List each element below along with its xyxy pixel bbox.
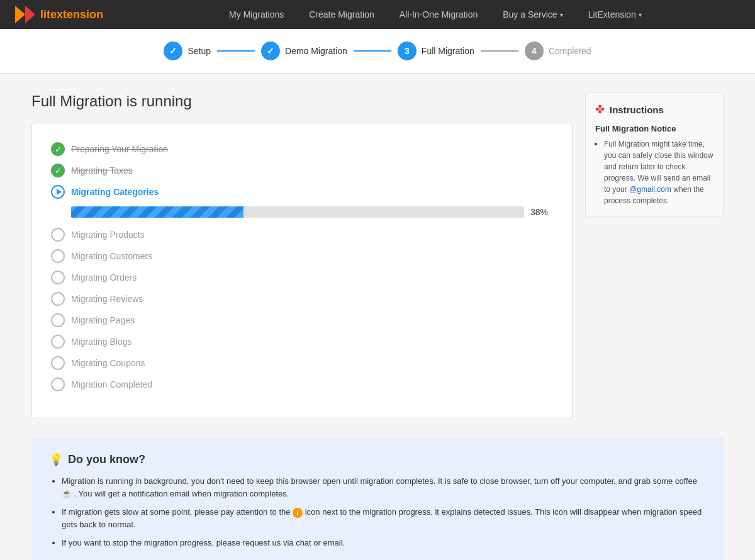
instructions-body: Full Migration might take time, you can …: [604, 138, 713, 206]
instructions-header: ✤ Instructions: [595, 103, 713, 116]
step-demo: ✓ Demo Migration: [261, 42, 347, 60]
instructions-panel: ✤ Instructions Full Migration Notice Ful…: [585, 92, 724, 216]
step-orders: Migrating Orders: [51, 271, 553, 284]
instructions-panel-container: ✤ Instructions Full Migration Notice Ful…: [585, 92, 724, 418]
step-coupons-label: Migrating Coupons: [71, 358, 145, 368]
connector-3: [481, 50, 518, 52]
play-icon: [57, 189, 62, 195]
step-blogs-label: Migrating Blogs: [71, 337, 132, 347]
step-full-label: Full Migration: [422, 46, 474, 56]
svg-marker-1: [25, 6, 35, 23]
progress-percent: 38%: [530, 207, 553, 217]
step-reviews-icon: [51, 292, 65, 306]
step-completed: 4 Completed: [525, 42, 591, 60]
nav-buy-service[interactable]: Buy a Service ▾: [490, 0, 575, 29]
step-taxes: ✓ Migrating Taxes: [51, 164, 553, 177]
step-categories: Migrating Categories: [51, 185, 553, 199]
step-migration-completed-label: Migration Completed: [71, 379, 152, 389]
buy-service-caret: ▾: [560, 11, 563, 18]
step-products-icon: [51, 228, 65, 242]
step-blogs: Migrating Blogs: [51, 335, 553, 349]
step-categories-icon: [51, 185, 65, 199]
litextension-caret: ▾: [639, 11, 642, 18]
know-tip-2-text: If migration gets slow at some point, pl…: [62, 507, 293, 517]
know-box: 💡 Do you know? Migration is running in b…: [31, 437, 724, 560]
step-pages-label: Migrating Pages: [71, 315, 135, 325]
step-setup-label: Setup: [187, 46, 211, 56]
step-orders-icon: [51, 271, 65, 284]
step-customers-label: Migrating Customers: [71, 251, 152, 261]
instructions-email[interactable]: @gmail.com: [629, 185, 671, 194]
nav-allinone-migration[interactable]: All-In-One Migration: [387, 0, 491, 29]
stepper-container: ✓ Setup ✓ Demo Migration 3 Full Migratio…: [0, 29, 755, 74]
step-preparing: ✓ Preparing Your Migration: [51, 142, 553, 156]
svg-marker-0: [15, 6, 25, 23]
content-left: Full Migration is running ✓ Preparing Yo…: [31, 92, 573, 418]
step-setup: ✓ Setup: [164, 42, 211, 60]
nav-my-migrations[interactable]: My Migrations: [216, 0, 296, 29]
step-coupons-icon: [51, 356, 65, 370]
step-completed-circle: 4: [525, 42, 544, 60]
instructions-subtitle: Full Migration Notice: [595, 124, 713, 133]
brand-logo[interactable]: litextension: [13, 3, 103, 26]
step-full: 3 Full Migration: [398, 42, 474, 60]
step-demo-circle: ✓: [261, 42, 280, 60]
step-customers: Migrating Customers: [51, 249, 553, 263]
step-pages: Migrating Pages: [51, 313, 553, 327]
step-completed-label: Completed: [549, 46, 591, 56]
progress-bar-bg: [71, 206, 524, 218]
step-reviews-label: Migrating Reviews: [71, 294, 143, 304]
know-tip-3: If you want to stop the migration progre…: [62, 537, 706, 549]
step-taxes-icon: ✓: [51, 164, 65, 177]
step-blogs-icon: [51, 335, 65, 349]
step-categories-label: Migrating Categories: [71, 187, 159, 197]
lightbulb-icon: 💡: [49, 452, 63, 466]
info-icon: i: [293, 508, 303, 518]
step-demo-label: Demo Migration: [285, 46, 347, 56]
step-preparing-icon: ✓: [51, 142, 65, 156]
step-taxes-label: Migrating Taxes: [71, 165, 133, 176]
navbar: litextension My Migrations Create Migrat…: [0, 0, 755, 29]
nav-links: My Migrations Create Migration All-In-On…: [128, 0, 742, 29]
stepper: ✓ Setup ✓ Demo Migration 3 Full Migratio…: [164, 42, 591, 60]
connector-1: [217, 50, 255, 52]
step-migration-completed: Migration Completed: [51, 378, 553, 391]
step-preparing-label: Preparing Your Migration: [71, 144, 168, 154]
step-migration-completed-icon: [51, 378, 65, 391]
logo-icon: [13, 3, 35, 26]
step-pages-icon: [51, 313, 65, 327]
page-title: Full Migration is running: [31, 92, 573, 110]
step-reviews: Migrating Reviews: [51, 292, 553, 306]
instructions-icon: ✤: [595, 103, 605, 116]
step-orders-label: Migrating Orders: [71, 272, 137, 283]
know-list: Migration is running in background, you …: [49, 475, 706, 549]
migration-card: ✓ Preparing Your Migration ✓ Migrating T…: [31, 123, 573, 418]
know-tip-2: If migration gets slow at some point, pl…: [62, 506, 706, 530]
step-customers-icon: [51, 249, 65, 263]
step-setup-circle: ✓: [164, 42, 182, 60]
main-content: Full Migration is running ✓ Preparing Yo…: [19, 74, 736, 437]
step-full-circle: 3: [398, 42, 417, 60]
step-products-label: Migrating Products: [71, 230, 145, 240]
know-tip-1: Migration is running in background, you …: [62, 475, 706, 500]
know-section: 💡 Do you know? Migration is running in b…: [19, 437, 736, 560]
brand-name: litextension: [40, 8, 103, 21]
progress-bar-fill: [71, 206, 243, 218]
step-products: Migrating Products: [51, 228, 553, 242]
instructions-title: Instructions: [610, 104, 664, 115]
progress-bar-container: 38%: [71, 206, 553, 218]
nav-litextension[interactable]: LitExtension ▾: [576, 0, 654, 29]
connector-2: [354, 50, 391, 52]
know-title: 💡 Do you know?: [49, 452, 706, 466]
step-coupons: Migrating Coupons: [51, 356, 553, 370]
nav-create-migration[interactable]: Create Migration: [296, 0, 387, 29]
